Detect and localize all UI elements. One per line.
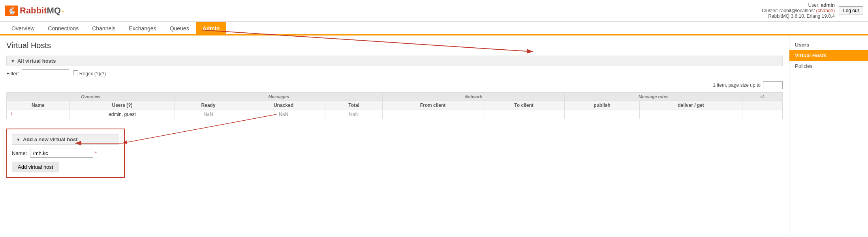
user-info: User: admin Cluster: rabbit@localhost (c…: [762, 2, 835, 19]
th-message-rates: Message rates: [565, 93, 742, 101]
th-name: Name: [7, 101, 70, 110]
add-virtual-host-button[interactable]: Add virtual host: [12, 162, 59, 172]
add-vhost-label: Add a new virtual host: [23, 136, 78, 142]
page-size-text: 1 item, page size up to: [713, 82, 761, 88]
all-vhosts-section: ▼ All virtual hosts Filter: Regex (?)(?)…: [6, 56, 783, 119]
main: Virtual Hosts ▼ All virtual hosts Filter…: [0, 35, 789, 233]
all-vhosts-header[interactable]: ▼ All virtual hosts: [6, 56, 783, 66]
th-unacked: Unacked: [242, 101, 325, 110]
content: Virtual Hosts ▼ All virtual hosts Filter…: [0, 35, 868, 233]
filter-row: Filter: Regex (?)(?): [6, 69, 783, 77]
nav-admin[interactable]: Admin: [196, 22, 227, 35]
page-title: Virtual Hosts: [6, 41, 783, 50]
nav-connections[interactable]: Connections: [41, 22, 85, 35]
th-ready: Ready: [175, 101, 242, 110]
user-name: admin: [821, 2, 835, 8]
vhost-table-body: / admin, guest NaN NaN NaN: [7, 110, 783, 119]
header-right: User: admin Cluster: rabbit@localhost (c…: [762, 2, 863, 19]
row-users: admin, guest: [70, 110, 175, 119]
row-from-client: [383, 110, 483, 119]
regex-label: Regex (?)(?): [73, 70, 106, 77]
header: 🐇 RabbitMQ™ User: admin Cluster: rabbit@…: [0, 0, 868, 22]
row-name[interactable]: /: [7, 110, 70, 119]
add-vhost-arrow: ▼: [16, 137, 21, 142]
th-messages: Messages: [175, 93, 383, 101]
th-from-client: From client: [383, 101, 483, 110]
logo-mq: MQ: [47, 6, 60, 15]
all-vhosts-label: All virtual hosts: [17, 58, 56, 64]
row-ready: NaN: [175, 110, 242, 119]
sidebar-item-virtual-hosts[interactable]: Virtual Hosts: [789, 50, 868, 61]
nav-channels[interactable]: Channels: [85, 22, 122, 35]
page-size-row: 1 item, page size up to 100: [6, 81, 783, 89]
logo-icon: 🐇: [5, 6, 18, 16]
row-to-client: [483, 110, 564, 119]
add-vhost-form-row: Name: *: [12, 149, 119, 158]
th-users: Users (?): [70, 101, 175, 110]
cluster-change-link[interactable]: (change): [816, 8, 835, 13]
filter-label: Filter:: [6, 71, 19, 77]
th-network: Network: [383, 93, 565, 101]
required-star: *: [95, 150, 97, 156]
regex-checkbox[interactable]: [73, 70, 78, 75]
add-vhost-section: ▼ Add a new virtual host Name: * Add vir…: [6, 129, 125, 178]
logo-dot: ™: [61, 10, 65, 14]
cluster-name: rabbit@localhost: [780, 8, 815, 13]
add-vhost-wrapper: ▼ Add a new virtual host Name: * Add vir…: [6, 127, 783, 178]
cluster-label: Cluster:: [762, 8, 778, 13]
version-info: RabbitMQ 3.6.10, Erlang 19.0.4: [768, 13, 835, 19]
all-vhosts-arrow: ▼: [11, 59, 15, 63]
add-vhost-name-label: Name:: [12, 150, 27, 156]
table-row: / admin, guest NaN NaN NaN: [7, 110, 783, 119]
th-overview: Overview: [7, 93, 175, 101]
row-deliver-get: [639, 110, 742, 119]
sidebar: Users Virtual Hosts Policies: [789, 35, 868, 233]
row-unacked: NaN: [242, 110, 325, 119]
page-size-input[interactable]: 100: [763, 81, 783, 89]
sidebar-group-users: Users: [789, 39, 868, 50]
th-to-client: To client: [483, 101, 564, 110]
row-action: [742, 110, 783, 119]
th-deliver-get: deliver / get: [639, 101, 742, 110]
th-plus-minus[interactable]: +/-: [742, 93, 783, 101]
th-total: Total: [325, 101, 383, 110]
th-empty: [742, 101, 783, 110]
user-label: User:: [808, 2, 820, 8]
table-col-header: Name Users (?) Ready Unacked Total From …: [7, 101, 783, 110]
filter-input[interactable]: [22, 69, 69, 77]
nav-queues[interactable]: Queues: [163, 22, 196, 35]
logo: 🐇 RabbitMQ™: [5, 6, 65, 16]
logout-button[interactable]: Log out: [839, 6, 863, 15]
nav-exchanges[interactable]: Exchanges: [122, 22, 163, 35]
row-total: NaN: [325, 110, 383, 119]
row-publish: [565, 110, 639, 119]
sidebar-item-policies[interactable]: Policies: [789, 61, 868, 71]
add-vhost-name-input[interactable]: [30, 149, 93, 158]
add-vhost-header[interactable]: ▼ Add a new virtual host: [12, 134, 119, 145]
nav: Overview Connections Channels Exchanges …: [0, 22, 868, 35]
nav-overview[interactable]: Overview: [5, 22, 41, 35]
vhost-table: Overview Messages Network Message rates …: [6, 92, 783, 119]
logo-text: RabbitMQ™: [20, 6, 65, 16]
logo-rabbit: Rabbit: [20, 6, 47, 15]
th-publish: publish: [565, 101, 639, 110]
table-group-header: Overview Messages Network Message rates …: [7, 93, 783, 101]
